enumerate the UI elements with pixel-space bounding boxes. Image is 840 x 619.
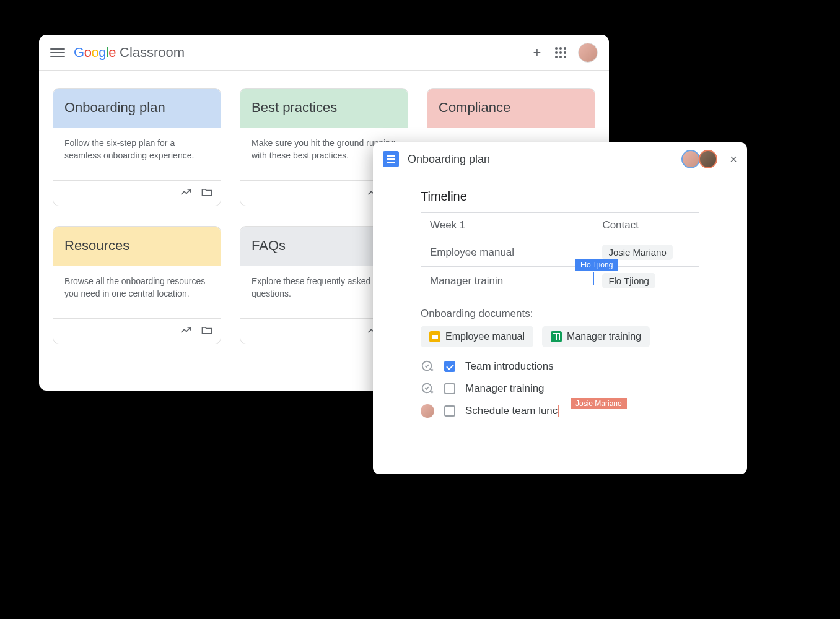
section-heading: Timeline [421, 189, 699, 204]
collaborator-avatar-2[interactable] [699, 150, 717, 168]
task-row: Manager training [421, 382, 699, 396]
class-card-title[interactable]: Compliance [427, 89, 595, 128]
table-header-cell[interactable]: Week 1 [421, 213, 593, 238]
contact-chip[interactable]: Josie Mariano [602, 245, 672, 260]
folder-icon[interactable] [201, 324, 213, 339]
class-card-footer [53, 180, 221, 206]
collaborator-avatar-1[interactable] [681, 150, 700, 168]
task-row: Team introductions [421, 360, 699, 373]
table-cell[interactable]: Flo Tjiong [593, 267, 699, 295]
contact-chip[interactable]: Flo Tjiong [602, 273, 655, 288]
sheets-icon [551, 331, 562, 342]
create-class-icon[interactable]: + [531, 46, 543, 59]
collab-cursor-red [558, 405, 559, 417]
assignee-avatar[interactable] [421, 404, 434, 418]
docs-header: Onboarding plan × [373, 142, 747, 176]
account-avatar[interactable] [578, 43, 598, 63]
table-cell[interactable]: Manager trainin Flo Tjiong [421, 267, 593, 295]
trending-icon[interactable] [180, 186, 192, 201]
add-task-icon[interactable] [421, 360, 434, 373]
class-card[interactable]: Onboarding planFollow the six-step plan … [53, 88, 221, 206]
add-task-icon[interactable] [421, 382, 434, 396]
pill-label: Manager training [567, 331, 641, 342]
slides-icon [429, 331, 440, 342]
table-header-cell[interactable]: Contact [593, 213, 699, 238]
folder-icon[interactable] [201, 186, 213, 201]
document-pill[interactable]: Manager training [542, 326, 650, 347]
task-checkbox[interactable] [444, 383, 455, 394]
class-card-footer [53, 318, 221, 344]
apps-grid-icon[interactable] [554, 46, 567, 59]
docs-window: Onboarding plan × Timeline Week 1 Contac… [373, 142, 747, 474]
menu-icon[interactable] [50, 45, 65, 60]
app-name: Classroom [120, 45, 185, 61]
table-cell[interactable]: Employee manual [421, 238, 593, 267]
google-logo: Google [74, 45, 116, 61]
pill-label: Employee manual [445, 331, 525, 342]
task-label[interactable]: Manager training [465, 383, 545, 395]
docs-title: Onboarding plan [408, 153, 490, 166]
class-card-title[interactable]: Best practices [240, 89, 408, 128]
class-card-title[interactable]: Onboarding plan [53, 89, 221, 128]
task-checkbox[interactable] [444, 361, 455, 372]
subheading: Onboarding documents: [421, 308, 699, 320]
task-checkbox[interactable] [444, 405, 455, 417]
timeline-table: Week 1 Contact Employee manual Josie Mar… [421, 212, 699, 295]
task-label[interactable]: Schedule team lunc [465, 405, 559, 418]
class-card-desc: Follow the six-step plan for a seamless … [53, 128, 221, 180]
class-card-desc: Browse all the onboarding resources you … [53, 266, 221, 318]
task-row: Schedule team luncJosie Mariano [421, 404, 699, 418]
docs-page: Timeline Week 1 Contact Employee manual … [398, 176, 722, 474]
task-label[interactable]: Team introductions [465, 360, 554, 373]
classroom-header: Google Classroom + [39, 35, 609, 71]
class-card-title[interactable]: Resources [53, 227, 221, 266]
trending-icon[interactable] [180, 324, 192, 339]
document-pill[interactable]: Employee manual [421, 326, 533, 347]
docs-logo-icon [383, 151, 399, 167]
document-pills: Employee manualManager training [421, 326, 699, 347]
task-list: Team introductionsManager trainingSchedu… [421, 360, 699, 418]
close-icon[interactable]: × [730, 152, 737, 167]
class-card[interactable]: ResourcesBrowse all the onboarding resou… [53, 226, 221, 344]
collab-flag: Josie Mariano [571, 398, 627, 409]
